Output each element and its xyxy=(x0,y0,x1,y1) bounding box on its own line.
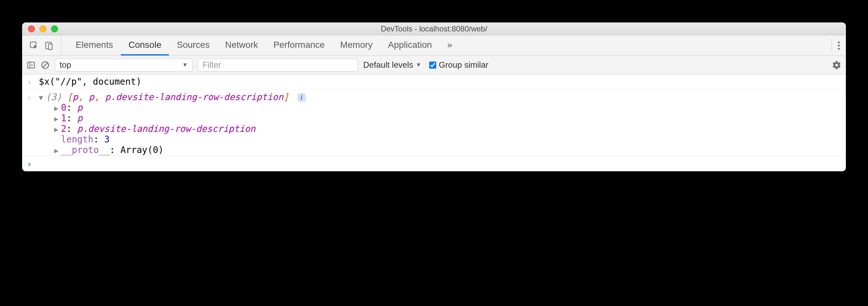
group-similar-label: Group similar xyxy=(439,60,489,70)
svg-line-9 xyxy=(43,63,48,67)
filter-input[interactable] xyxy=(198,59,358,72)
context-select[interactable]: top ▼ xyxy=(55,59,193,72)
array-proto[interactable]: ▶__proto__: Array(0) xyxy=(54,145,841,155)
levels-label: Default levels xyxy=(363,60,413,70)
tab-memory[interactable]: Memory xyxy=(332,35,380,55)
array-length: ▶length: 3 xyxy=(54,134,841,145)
log-levels-select[interactable]: Default levels ▼ xyxy=(363,60,422,70)
svg-rect-2 xyxy=(49,44,52,50)
tab-network[interactable]: Network xyxy=(217,35,266,55)
disclosure-triangle-icon[interactable]: ▶ xyxy=(54,126,58,134)
console-input-row: › $x("//p", document) xyxy=(22,75,846,90)
group-similar-input[interactable] xyxy=(429,62,436,68)
window-title: DevTools - localhost:8080/web/ xyxy=(22,24,846,33)
tab-elements[interactable]: Elements xyxy=(68,35,121,55)
chevron-down-icon: ▼ xyxy=(416,62,422,68)
console-toolbar: top ▼ Default levels ▼ Group similar xyxy=(22,56,846,75)
disclosure-triangle-open-icon[interactable]: ▼ xyxy=(39,94,43,102)
tab-performance[interactable]: Performance xyxy=(266,35,332,55)
console-output-row: ‹ ▼(3) [p, p, p.devsite-landing-row-desc… xyxy=(22,90,846,156)
clear-console-icon[interactable] xyxy=(41,61,50,69)
devtools-window: DevTools - localhost:8080/web/ Elements … xyxy=(22,23,846,171)
tab-overflow[interactable]: » xyxy=(439,35,460,55)
disclosure-triangle-icon[interactable]: ▶ xyxy=(54,115,58,123)
tabbar: Elements Console Sources Network Perform… xyxy=(22,35,846,56)
titlebar: DevTools - localhost:8080/web/ xyxy=(22,23,846,35)
inspect-element-icon[interactable] xyxy=(29,41,39,50)
tabbar-left xyxy=(22,35,62,55)
chevron-down-icon: ▼ xyxy=(182,62,188,68)
input-chevron-icon: › xyxy=(27,76,39,88)
tab-console[interactable]: Console xyxy=(121,35,169,55)
svg-rect-6 xyxy=(28,62,35,68)
console-input-text: $x("//p", document) xyxy=(39,76,841,87)
tab-application[interactable]: Application xyxy=(380,35,439,55)
settings-gear-icon[interactable] xyxy=(832,60,841,70)
device-toolbar-icon[interactable] xyxy=(44,41,54,50)
disclosure-triangle-icon[interactable]: ▶ xyxy=(54,104,58,112)
tabs: Elements Console Sources Network Perform… xyxy=(62,35,826,55)
divider xyxy=(832,39,832,52)
array-item[interactable]: ▶2: p.devsite-landing-row-description xyxy=(54,123,841,134)
tab-sources[interactable]: Sources xyxy=(169,35,217,55)
array-item[interactable]: ▶0: p xyxy=(54,102,841,113)
group-similar-checkbox[interactable]: Group similar xyxy=(429,60,489,70)
console-output[interactable]: ▼(3) [p, p, p.devsite-landing-row-descri… xyxy=(39,92,841,155)
output-chevron-icon: ‹ xyxy=(27,92,39,103)
svg-point-4 xyxy=(838,45,840,47)
array-item[interactable]: ▶1: p xyxy=(54,113,841,123)
sidebar-toggle-icon[interactable] xyxy=(27,61,36,69)
prompt-chevron-icon: › xyxy=(27,158,39,169)
console-body: › $x("//p", document) ‹ ▼(3) [p, p, p.de… xyxy=(22,75,846,171)
info-badge-icon[interactable]: i xyxy=(298,93,306,102)
svg-point-5 xyxy=(838,48,840,50)
disclosure-triangle-icon[interactable]: ▶ xyxy=(54,146,58,155)
console-prompt-row[interactable]: › xyxy=(22,156,846,171)
array-count: (3) xyxy=(45,92,62,102)
svg-point-3 xyxy=(838,41,840,43)
context-value: top xyxy=(60,60,71,70)
kebab-menu-icon[interactable] xyxy=(838,41,840,50)
tabbar-right xyxy=(826,35,846,55)
